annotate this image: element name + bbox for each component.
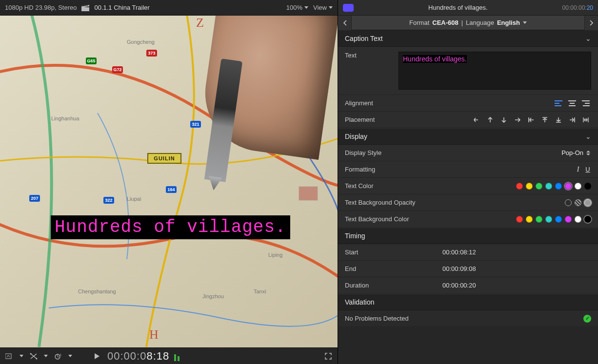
bg-color-swatches (442, 216, 591, 223)
highway-shield: G65 (86, 57, 97, 64)
color-swatch[interactable] (545, 183, 552, 190)
color-swatch[interactable] (545, 216, 552, 223)
placement-up-button[interactable] (485, 116, 496, 124)
placement-left-edge-button[interactable] (526, 116, 537, 124)
prev-caption-button[interactable] (338, 16, 352, 30)
format-language-selector[interactable]: Format CEA-608 | Language English (352, 19, 584, 26)
caption-text-input[interactable]: Hundreds of villages. (399, 52, 591, 90)
chevron-down-icon (68, 355, 72, 357)
svg-rect-6 (555, 103, 559, 104)
fullscreen-button[interactable] (323, 351, 334, 362)
color-swatch[interactable] (516, 216, 523, 223)
label-text-color: Text Color (345, 182, 442, 190)
row-text: Text Hundreds of villages. (338, 47, 598, 95)
section-caption-text[interactable]: Caption Text ⌄ (338, 30, 598, 47)
placement-bottom-edge-button[interactable] (553, 116, 564, 124)
inspector-pane: Hundreds of villages. 00:00:00:20 Format… (338, 0, 598, 364)
label-placement: Placement (345, 116, 442, 123)
caption-inspector-icon[interactable] (343, 4, 354, 12)
language-value: English (497, 19, 520, 26)
section-validation[interactable]: Validation (338, 294, 598, 310)
play-button[interactable] (92, 351, 102, 362)
view-dropdown[interactable]: View (313, 4, 333, 11)
chevron-down-icon (304, 6, 308, 9)
align-left-button[interactable] (553, 99, 564, 107)
color-swatch[interactable] (516, 183, 523, 190)
row-text-bg-opacity: Text Background Opacity (338, 194, 598, 211)
next-caption-button[interactable] (584, 16, 598, 30)
placement-down-button[interactable] (498, 116, 509, 124)
section-label: Caption Text (345, 35, 383, 42)
color-swatch[interactable] (555, 183, 562, 190)
end-timecode-field[interactable]: 00:00:09:08 (442, 265, 516, 272)
selection-handle[interactable] (299, 186, 318, 201)
label-text-bg-opacity: Text Background Opacity (345, 199, 442, 206)
svg-rect-5 (555, 100, 562, 101)
map-city-label: Liping (268, 252, 282, 258)
placement-left-button[interactable] (471, 116, 482, 124)
label-end: End (345, 265, 442, 272)
display-style-select[interactable]: Pop-On (561, 149, 591, 156)
language-prefix: Language (466, 19, 494, 26)
color-swatch[interactable] (526, 183, 533, 190)
svg-rect-12 (585, 103, 590, 104)
align-center-button[interactable] (567, 99, 578, 107)
format-prefix: Format (409, 19, 429, 26)
row-display-style: Display Style Pop-On (338, 145, 598, 161)
italic-button[interactable]: I (575, 166, 581, 173)
row-duration: Duration 00:00:00:20 (338, 277, 598, 294)
row-validation-status: No Problems Detected (338, 310, 598, 327)
display-style-value: Pop-On (561, 149, 583, 156)
align-right-button[interactable] (580, 99, 591, 107)
color-swatch[interactable] (584, 183, 591, 190)
viewer-timecode[interactable]: 00:00:08:18 (107, 350, 169, 363)
transform-menu[interactable] (28, 351, 39, 362)
stepper-icon (586, 151, 591, 155)
color-swatch[interactable] (575, 216, 581, 223)
chevron-down-icon (329, 6, 333, 9)
underline-button[interactable]: U (584, 166, 591, 173)
map-city-label: Linghanhua (51, 115, 80, 121)
svg-rect-13 (583, 105, 590, 106)
color-swatch[interactable] (575, 183, 581, 190)
caption-overlay[interactable]: Hundreds of villages. (51, 215, 290, 239)
highway-shield: 207 (29, 195, 40, 202)
section-timing[interactable]: Timing (338, 228, 598, 244)
duration-timecode-field[interactable]: 00:00:00:20 (442, 282, 516, 289)
color-swatch[interactable] (565, 216, 572, 223)
color-swatch[interactable] (536, 216, 542, 223)
placement-right-edge-button[interactable] (567, 116, 578, 124)
color-swatch[interactable] (555, 216, 562, 223)
color-swatch[interactable] (565, 183, 572, 190)
opacity-full-button[interactable] (584, 199, 591, 206)
caption-role-nav: Format CEA-608 | Language English (338, 16, 598, 30)
opacity-none-button[interactable] (565, 199, 572, 206)
svg-rect-9 (570, 103, 575, 104)
color-swatch[interactable] (526, 216, 533, 223)
zoom-value: 100% (286, 4, 302, 11)
placement-center-button[interactable] (580, 116, 591, 124)
svg-point-3 (36, 358, 38, 359)
svg-rect-7 (555, 105, 561, 106)
row-text-color: Text Color (338, 178, 598, 194)
retime-menu[interactable] (53, 351, 63, 362)
placement-right-button[interactable] (512, 116, 523, 124)
section-display[interactable]: Display ⌄ (338, 128, 598, 145)
row-placement: Placement (338, 112, 598, 128)
section-label: Validation (345, 298, 374, 306)
map-city-label: Chengshantang (78, 288, 116, 294)
color-swatch[interactable] (584, 216, 591, 223)
placement-top-edge-button[interactable] (539, 116, 550, 124)
svg-rect-11 (582, 100, 590, 101)
row-end: End 00:00:09:08 (338, 261, 598, 277)
viewer-canvas[interactable]: G65 G78 321 207 322 164 G72 373 Gongchen… (0, 16, 338, 347)
color-swatch[interactable] (536, 183, 542, 190)
map-city-label: Gongcheng (127, 39, 155, 45)
clapperboard-icon[interactable] (81, 4, 89, 11)
clip-appearance-menu[interactable] (4, 351, 15, 362)
highway-shield: 164 (166, 186, 177, 193)
format-value: CEA-608 (432, 19, 458, 26)
opacity-half-button[interactable] (575, 199, 581, 206)
start-timecode-field[interactable]: 00:00:08:12 (442, 249, 516, 256)
zoom-dropdown[interactable]: 100% (286, 4, 308, 11)
